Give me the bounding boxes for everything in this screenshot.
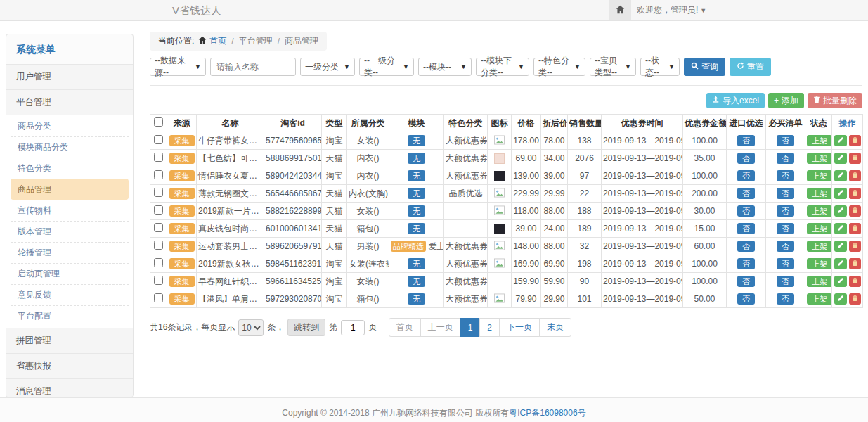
module-none-button[interactable]: 无 — [408, 135, 425, 146]
import-optimal-toggle[interactable]: 否 — [737, 170, 755, 181]
page-size-select[interactable]: 10 — [238, 319, 264, 336]
row-checkbox[interactable] — [154, 276, 163, 285]
status-button[interactable]: 上架 — [807, 170, 832, 181]
page-button-首页[interactable]: 首页 — [389, 318, 421, 337]
import-optimal-toggle[interactable]: 否 — [737, 188, 755, 199]
status-button[interactable]: 上架 — [807, 241, 832, 252]
page-number-input[interactable] — [341, 320, 365, 335]
delete-button[interactable] — [849, 241, 861, 252]
status-button[interactable]: 上架 — [807, 188, 832, 199]
import-optimal-toggle[interactable]: 否 — [737, 153, 755, 164]
filter-feature-category-select[interactable]: --特色分类--▼ — [533, 58, 585, 76]
status-button[interactable]: 上架 — [807, 153, 832, 164]
sidebar-subitem-轮播管理[interactable]: 轮播管理 — [11, 242, 129, 263]
import-optimal-toggle[interactable]: 否 — [737, 276, 755, 287]
filter-module-select[interactable]: --模块--▼ — [418, 58, 472, 76]
status-button[interactable]: 上架 — [807, 258, 832, 269]
edit-button[interactable] — [834, 258, 847, 269]
import-excel-button[interactable]: 导入excel — [706, 93, 765, 108]
sidebar-item-消息管理[interactable]: 消息管理 — [6, 378, 133, 397]
sidebar-subitem-特色分类[interactable]: 特色分类 — [11, 158, 129, 179]
must-buy-toggle[interactable]: 否 — [777, 153, 794, 164]
module-none-button[interactable]: 无 — [408, 205, 425, 217]
delete-button[interactable] — [849, 276, 861, 287]
must-buy-toggle[interactable]: 否 — [777, 258, 794, 269]
page-button-上一页[interactable]: 上一页 — [420, 318, 461, 337]
must-buy-toggle[interactable]: 否 — [777, 135, 794, 146]
must-buy-toggle[interactable]: 否 — [777, 241, 794, 252]
home-button[interactable] — [609, 0, 631, 20]
edit-button[interactable] — [834, 188, 847, 199]
row-checkbox[interactable] — [154, 170, 163, 179]
delete-button[interactable] — [849, 135, 861, 146]
edit-button[interactable] — [834, 170, 847, 181]
filter-status-select[interactable]: --状态--▼ — [640, 58, 680, 76]
row-checkbox[interactable] — [154, 153, 163, 162]
module-none-button[interactable]: 无 — [408, 153, 425, 164]
sidebar-subitem-商品分类[interactable]: 商品分类 — [11, 116, 129, 136]
module-none-button[interactable]: 无 — [408, 293, 425, 305]
module-none-button[interactable]: 无 — [408, 276, 425, 287]
must-buy-toggle[interactable]: 否 — [777, 188, 794, 199]
must-buy-toggle[interactable]: 否 — [777, 205, 794, 217]
edit-button[interactable] — [834, 205, 847, 217]
batch-delete-button[interactable]: 批量删除 — [808, 93, 862, 108]
page-button-末页[interactable]: 末页 — [539, 318, 571, 337]
filter-level2-category-select[interactable]: --二级分类--▼ — [359, 58, 414, 76]
sidebar-subitem-版本管理[interactable]: 版本管理 — [11, 221, 129, 242]
import-optimal-toggle[interactable]: 否 — [737, 258, 755, 269]
query-button[interactable]: 查询 — [684, 58, 725, 76]
must-buy-toggle[interactable]: 否 — [777, 223, 794, 234]
sidebar-item-平台管理[interactable]: 平台管理 — [6, 89, 133, 115]
status-button[interactable]: 上架 — [807, 276, 832, 287]
status-button[interactable]: 上架 — [807, 135, 832, 146]
delete-button[interactable] — [849, 170, 861, 181]
filter-data-source-select[interactable]: --数据来源--▼ — [150, 58, 206, 76]
row-checkbox[interactable] — [154, 293, 163, 302]
delete-button[interactable] — [849, 223, 861, 234]
page-button-1[interactable]: 1 — [460, 318, 481, 337]
reset-button[interactable]: 重置 — [730, 58, 771, 76]
edit-button[interactable] — [834, 135, 847, 146]
row-checkbox[interactable] — [154, 205, 163, 215]
edit-button[interactable] — [834, 153, 847, 164]
sidebar-subitem-宣传物料[interactable]: 宣传物料 — [11, 200, 129, 221]
status-button[interactable]: 上架 — [807, 205, 832, 217]
must-buy-toggle[interactable]: 否 — [777, 276, 794, 287]
row-checkbox[interactable] — [154, 223, 163, 232]
breadcrumb-home-link[interactable]: 首页 — [209, 35, 226, 47]
delete-button[interactable] — [849, 258, 861, 269]
row-checkbox[interactable] — [154, 258, 163, 267]
status-button[interactable]: 上架 — [807, 223, 832, 234]
status-button[interactable]: 上架 — [807, 293, 832, 305]
must-buy-toggle[interactable]: 否 — [777, 293, 794, 305]
page-button-下一页[interactable]: 下一页 — [499, 318, 540, 337]
sidebar-subitem-启动页管理[interactable]: 启动页管理 — [11, 263, 129, 284]
sidebar-item-拼团管理[interactable]: 拼团管理 — [6, 328, 133, 353]
must-buy-toggle[interactable]: 否 — [777, 170, 794, 181]
edit-button[interactable] — [834, 293, 847, 305]
filter-item-type-select[interactable]: --宝贝类型--▼ — [590, 58, 636, 76]
sidebar-subitem-模块商品分类[interactable]: 模块商品分类 — [11, 136, 129, 158]
edit-button[interactable] — [834, 276, 847, 287]
import-optimal-toggle[interactable]: 否 — [737, 135, 755, 146]
import-optimal-toggle[interactable]: 否 — [737, 205, 755, 217]
jump-button[interactable]: 跳转到 — [287, 319, 325, 336]
module-none-button[interactable]: 无 — [408, 170, 425, 181]
sidebar-subitem-平台配置[interactable]: 平台配置 — [11, 305, 129, 326]
filter-level1-category-select[interactable]: 一级分类▼ — [300, 58, 355, 76]
sidebar-subitem-商品管理[interactable]: 商品管理 — [11, 179, 129, 200]
delete-button[interactable] — [849, 153, 861, 164]
module-none-button[interactable]: 无 — [408, 258, 425, 269]
delete-button[interactable] — [849, 188, 861, 199]
import-optimal-toggle[interactable]: 否 — [737, 293, 755, 305]
import-optimal-toggle[interactable]: 否 — [737, 223, 755, 234]
delete-button[interactable] — [849, 205, 861, 217]
name-search-input[interactable] — [210, 58, 296, 76]
add-button[interactable]: + 添加 — [768, 93, 804, 108]
icp-link[interactable]: 粤ICP备16098006号 — [509, 408, 585, 418]
module-none-button[interactable]: 无 — [408, 188, 425, 199]
delete-button[interactable] — [849, 293, 861, 305]
import-optimal-toggle[interactable]: 否 — [737, 241, 755, 252]
module-none-button[interactable]: 无 — [408, 223, 425, 234]
